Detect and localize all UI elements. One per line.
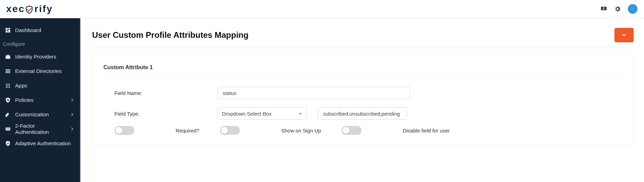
svg-rect-1 bbox=[8, 28, 10, 29]
field-type-select[interactable]: Dropdown Select Box bbox=[218, 107, 307, 120]
puzzle-icon bbox=[5, 111, 11, 118]
logo-letter: x bbox=[6, 3, 12, 14]
sidebar-item-policies[interactable]: Policies bbox=[0, 93, 80, 107]
sidebar-item-external-directories[interactable]: External Directories bbox=[0, 64, 80, 78]
chevron-right-icon bbox=[69, 112, 75, 117]
svg-rect-0 bbox=[5, 28, 8, 30]
svg-point-7 bbox=[6, 84, 7, 85]
sidebar-item-2fa[interactable]: 123 2-Factor Authentication bbox=[0, 122, 80, 136]
sidebar-section-label: Configure bbox=[0, 38, 80, 50]
svg-rect-5 bbox=[5, 71, 10, 72]
attribute-card: Custom Attribute 1 Field Name: Field Typ… bbox=[92, 54, 634, 146]
svg-rect-2 bbox=[8, 30, 10, 33]
field-type-select-wrap: Dropdown Select Box bbox=[218, 107, 307, 120]
sidebar-item-identity-providers[interactable]: Identity Providers bbox=[0, 50, 80, 64]
toggle-show-signup[interactable] bbox=[220, 126, 240, 135]
field-name-input[interactable] bbox=[218, 87, 410, 99]
sidebar-item-customization[interactable]: Customization bbox=[0, 107, 80, 122]
toggle-knob bbox=[115, 127, 122, 134]
chevron-right-icon bbox=[69, 97, 75, 103]
logo-letter: i bbox=[39, 3, 42, 14]
shield-search-icon bbox=[5, 97, 11, 103]
avatar[interactable] bbox=[628, 4, 638, 14]
field-type-row: Dropdown Select Box bbox=[218, 107, 410, 120]
sidebar-item-label: Customization bbox=[15, 111, 65, 118]
svg-point-10 bbox=[6, 85, 7, 86]
sidebar-item-label: Dashboard bbox=[15, 27, 75, 33]
logo-letter: c bbox=[19, 3, 24, 14]
sidebar-item-label: Policies bbox=[15, 97, 65, 103]
svg-point-8 bbox=[8, 84, 9, 85]
content: User Custom Profile Attributes Mapping C… bbox=[80, 18, 644, 182]
svg-point-12 bbox=[9, 85, 10, 86]
toggle-required-block: Required? bbox=[114, 126, 199, 135]
toggle-knob bbox=[343, 127, 349, 134]
sidebar: Dashboard Configure Identity Providers E… bbox=[0, 18, 80, 182]
shell: Dashboard Configure Identity Providers E… bbox=[0, 18, 644, 182]
svg-point-14 bbox=[8, 87, 9, 88]
chevron-down-icon bbox=[621, 32, 627, 38]
sidebar-item-adaptive-auth[interactable]: Adaptive Authentication bbox=[0, 136, 80, 151]
chevron-right-icon bbox=[69, 126, 75, 132]
svg-rect-4 bbox=[5, 69, 10, 70]
shield-check-icon bbox=[5, 140, 11, 147]
sidebar-item-label: Identity Providers bbox=[15, 54, 75, 60]
shield-icon bbox=[25, 5, 34, 14]
logo-letter: y bbox=[47, 3, 52, 14]
book-icon[interactable] bbox=[600, 5, 608, 13]
divider bbox=[101, 77, 625, 77]
page-title: User Custom Profile Attributes Mapping bbox=[92, 30, 248, 40]
apps-icon bbox=[5, 83, 11, 89]
field-type-label: Field Type: bbox=[114, 111, 218, 117]
sidebar-item-label: External Directories bbox=[15, 68, 75, 74]
gear-icon[interactable] bbox=[614, 5, 621, 13]
collapse-button[interactable] bbox=[614, 28, 634, 42]
card-title: Custom Attribute 1 bbox=[101, 61, 625, 77]
brand-logo: x e c r i f y bbox=[6, 3, 52, 14]
toggle-disable-block: Disable field for user bbox=[342, 126, 450, 135]
sidebar-item-label: Adaptive Authentication bbox=[15, 140, 75, 147]
dashboard-icon bbox=[5, 27, 11, 33]
svg-rect-3 bbox=[5, 31, 8, 33]
toggle-show-signup-label: Show on Sign Up bbox=[281, 128, 321, 133]
svg-rect-6 bbox=[5, 72, 10, 73]
toggle-required-label: Required? bbox=[176, 128, 199, 133]
toggle-knob bbox=[221, 127, 228, 134]
toggle-disable-label: Disable field for user bbox=[403, 128, 450, 133]
sidebar-item-label: 2-Factor Authentication bbox=[15, 123, 65, 135]
toggle-disable[interactable] bbox=[342, 126, 362, 135]
options-input[interactable] bbox=[318, 107, 407, 120]
form-grid: Field Name: Field Type: Dropdown Select … bbox=[101, 87, 625, 120]
toggle-required[interactable] bbox=[114, 126, 134, 135]
briefcase-icon bbox=[5, 54, 11, 60]
topbar: x e c r i f y bbox=[0, 0, 644, 18]
key-badge-icon: 123 bbox=[5, 126, 11, 132]
list-icon bbox=[5, 68, 11, 74]
svg-point-15 bbox=[9, 87, 10, 88]
svg-point-11 bbox=[8, 85, 9, 86]
svg-point-13 bbox=[6, 87, 7, 88]
sidebar-item-apps[interactable]: Apps bbox=[0, 78, 80, 93]
toggles-row: Required? Show on Sign Up Disable field … bbox=[101, 120, 625, 135]
logo-letter: f bbox=[43, 3, 46, 14]
svg-text:123: 123 bbox=[6, 128, 10, 130]
field-name-label: Field Name: bbox=[114, 90, 218, 96]
svg-point-9 bbox=[9, 84, 10, 85]
logo-letter: e bbox=[12, 3, 18, 14]
sidebar-item-label: Apps bbox=[15, 83, 75, 89]
top-actions bbox=[600, 4, 638, 14]
logo-letter: r bbox=[34, 3, 38, 14]
page-header: User Custom Profile Attributes Mapping bbox=[92, 28, 634, 47]
sidebar-item-dashboard[interactable]: Dashboard bbox=[0, 23, 80, 38]
toggle-show-signup-block: Show on Sign Up bbox=[220, 126, 321, 135]
